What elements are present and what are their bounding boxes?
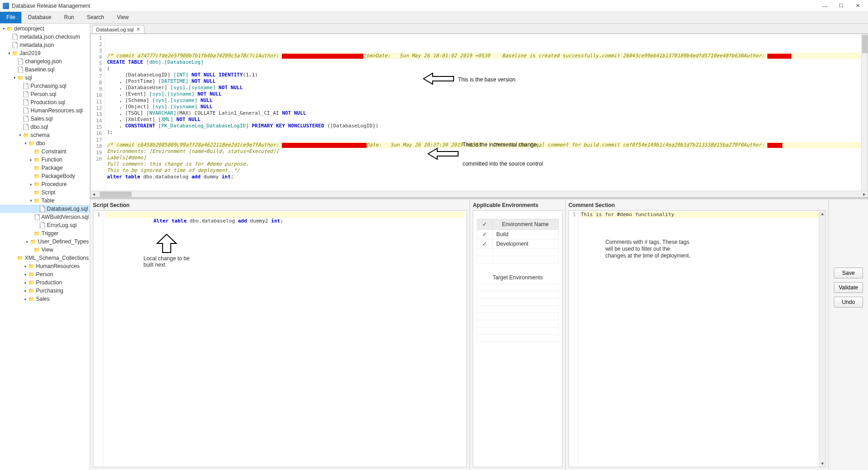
scroll-up-icon[interactable]: ▲ bbox=[819, 211, 826, 217]
tree-item[interactable]: ▾📁Table bbox=[0, 197, 90, 205]
env-col-check[interactable]: ✓ bbox=[477, 219, 492, 230]
tree-caret-icon[interactable]: ▸ bbox=[23, 287, 28, 294]
tree-item[interactable]: ▾📁sql bbox=[0, 74, 90, 82]
comment-section-body[interactable]: 1 This is for #demo functionality ▲ ▼ Co… bbox=[568, 210, 826, 467]
scroll-down-icon[interactable]: ▼ bbox=[819, 460, 826, 467]
tree-item[interactable]: ▾📁schema bbox=[0, 131, 90, 139]
tree-item[interactable]: 📁View bbox=[0, 246, 90, 254]
editor-code[interactable]: /* commit a74777cfde2e57908b7b1fb4ba7420… bbox=[105, 34, 868, 191]
menu-file[interactable]: File bbox=[0, 12, 21, 23]
tab-databaselog[interactable]: DatabaseLog.sql ✕ bbox=[92, 25, 144, 33]
tree-item[interactable]: ▸📁Person bbox=[0, 270, 90, 278]
tree-item[interactable]: ▾📁demoproject bbox=[0, 25, 90, 33]
checkbox-icon[interactable]: ✓ bbox=[477, 239, 492, 249]
tree-item[interactable]: 📁Constraint bbox=[0, 147, 90, 156]
tree-item[interactable]: ▸📁Sales bbox=[0, 295, 90, 303]
tree-item[interactable]: ErrorLog.sql bbox=[0, 221, 90, 229]
tree-caret-icon[interactable]: ▸ bbox=[28, 181, 34, 188]
tree-item[interactable]: metadata.json.checksum bbox=[0, 33, 90, 41]
comment-scrollbar-vertical[interactable]: ▲ ▼ bbox=[819, 211, 825, 467]
tree-item[interactable]: AWBuildVersion.sql bbox=[0, 213, 90, 221]
tree-item[interactable]: Production.sql bbox=[0, 98, 90, 106]
script-section-body[interactable]: 1 Alter table dbo.databaselog add dummy2… bbox=[93, 210, 467, 467]
menu-run[interactable]: Run bbox=[58, 12, 81, 23]
code-line[interactable]: , [Object] [sys].[sysname] NULL bbox=[107, 104, 866, 110]
project-tree[interactable]: ▾📁demoprojectmetadata.json.checksummetad… bbox=[0, 24, 90, 470]
undo-button[interactable]: Undo bbox=[834, 297, 863, 308]
tree-caret-icon[interactable]: ▾ bbox=[23, 140, 28, 147]
scroll-right-icon[interactable]: ► bbox=[861, 191, 868, 197]
code-line[interactable]: /* commit a74777cfde2e57908b7b1fb4ba7420… bbox=[107, 53, 866, 59]
tree-caret-icon[interactable]: ▸ bbox=[23, 271, 28, 278]
scroll-left-icon[interactable]: ◄ bbox=[91, 191, 97, 197]
tree-item[interactable]: Sales.sql bbox=[0, 115, 90, 123]
tree-item[interactable]: Purchasing.sql bbox=[0, 82, 90, 90]
main-editor[interactable]: 1234567891011121314151617181920 /* commi… bbox=[90, 34, 868, 197]
tree-caret-icon[interactable]: ▸ bbox=[28, 156, 34, 163]
tree-item[interactable]: ▸📁HumanResources bbox=[0, 262, 90, 270]
tree-item[interactable]: ▸📁User_Defined_Types bbox=[0, 238, 90, 246]
folder-icon: 📁 bbox=[28, 271, 35, 278]
tree-caret-icon[interactable]: ▾ bbox=[1, 25, 6, 32]
editor-gutter: 1234567891011121314151617181920 bbox=[91, 34, 105, 191]
save-button[interactable]: Save bbox=[834, 268, 863, 278]
tab-close-icon[interactable]: ✕ bbox=[136, 26, 140, 32]
validate-button[interactable]: Validate bbox=[834, 282, 863, 293]
tree-item[interactable]: Baseline.sql bbox=[0, 66, 90, 74]
tree-item[interactable]: ▸📁Production bbox=[0, 278, 90, 287]
tree-item-label: Constraint bbox=[41, 148, 66, 155]
tree-caret-icon[interactable]: ▾ bbox=[28, 197, 34, 204]
code-line[interactable]: CREATE TABLE [dbo].[DatabaseLog] bbox=[107, 59, 866, 66]
code-line[interactable]: , CONSTRAINT [PK_DatabaseLog_DatabaseLog… bbox=[107, 123, 866, 129]
tree-item[interactable]: ▸📁Function bbox=[0, 156, 90, 164]
file-icon bbox=[17, 58, 24, 65]
tree-item[interactable]: ▸📁Purchasing bbox=[0, 287, 90, 295]
code-line[interactable]: , [TSQL] [NVARCHAR](MAX) COLLATE Latin1_… bbox=[107, 110, 866, 116]
menu-database[interactable]: Database bbox=[21, 12, 57, 23]
tree-item[interactable]: Person.sql bbox=[0, 90, 90, 98]
editor-scrollbar-horizontal[interactable]: ◄ ► bbox=[91, 191, 868, 197]
maximize-button[interactable]: ☐ bbox=[833, 1, 849, 11]
tree-caret-icon[interactable]: ▾ bbox=[6, 50, 12, 57]
tree-caret-icon[interactable]: ▾ bbox=[12, 74, 17, 81]
env-row-build[interactable]: ✓ Build bbox=[477, 230, 558, 239]
folder-icon: 📁 bbox=[34, 189, 40, 196]
tree-item[interactable]: 📁PackageBody bbox=[0, 172, 90, 180]
tree-item[interactable]: ▾📁Jan2019 bbox=[0, 49, 90, 57]
tree-item[interactable]: DatabaseLog.sql bbox=[0, 205, 90, 213]
tree-caret-icon[interactable]: ▸ bbox=[23, 263, 28, 270]
tree-caret-icon[interactable]: ▸ bbox=[25, 238, 30, 245]
checkbox-icon[interactable]: ✓ bbox=[477, 230, 492, 239]
tree-item[interactable]: changelog.json bbox=[0, 57, 90, 66]
file-icon bbox=[12, 34, 18, 40]
tree-caret-icon[interactable]: ▾ bbox=[17, 131, 23, 139]
tree-item[interactable]: 📁Trigger bbox=[0, 229, 90, 238]
folder-icon: 📁 bbox=[28, 296, 35, 302]
tree-caret-icon[interactable]: ▸ bbox=[23, 279, 28, 286]
file-icon bbox=[12, 42, 18, 48]
tree-item[interactable]: metadata.json bbox=[0, 41, 90, 49]
env-col-name: Environment Name bbox=[492, 219, 558, 230]
tree-item[interactable]: ▸📁Procedure bbox=[0, 180, 90, 188]
tree-item[interactable]: 📁Script bbox=[0, 188, 90, 197]
tree-item[interactable]: dbo.sql bbox=[0, 123, 90, 131]
folder-icon: 📁 bbox=[17, 75, 24, 81]
minimize-button[interactable]: — bbox=[817, 1, 832, 11]
tree-item[interactable]: 📁Package bbox=[0, 164, 90, 172]
editor-scrollbar-vertical[interactable] bbox=[861, 34, 868, 191]
tree-item-label: changelog.json bbox=[25, 58, 62, 65]
tree-item[interactable]: HumanResources.sql bbox=[0, 106, 90, 115]
comment-line-1[interactable]: This is for #demo functionality bbox=[581, 212, 823, 218]
menu-view[interactable]: View bbox=[111, 12, 135, 23]
close-button[interactable]: ✕ bbox=[850, 1, 865, 11]
code-line[interactable]: , [Schema] [sys].[sysname] NULL bbox=[107, 97, 866, 104]
env-row-development[interactable]: ✓ Development bbox=[477, 239, 558, 249]
script-line-1[interactable]: Alter table dbo.databaselog add dummy2 i… bbox=[105, 212, 465, 218]
arrow-up-icon bbox=[155, 233, 178, 253]
tree-item[interactable]: ▾📁dbo bbox=[0, 139, 90, 147]
annotation-local-change: Local change to be built next bbox=[143, 233, 189, 268]
tree-item[interactable]: 📁XML_Schema_Collections bbox=[0, 254, 90, 262]
code-line[interactable]: , [XmlEvent] [XML] NOT NULL bbox=[107, 116, 866, 123]
tree-caret-icon[interactable]: ▸ bbox=[23, 295, 28, 303]
menu-search[interactable]: Search bbox=[81, 12, 111, 23]
